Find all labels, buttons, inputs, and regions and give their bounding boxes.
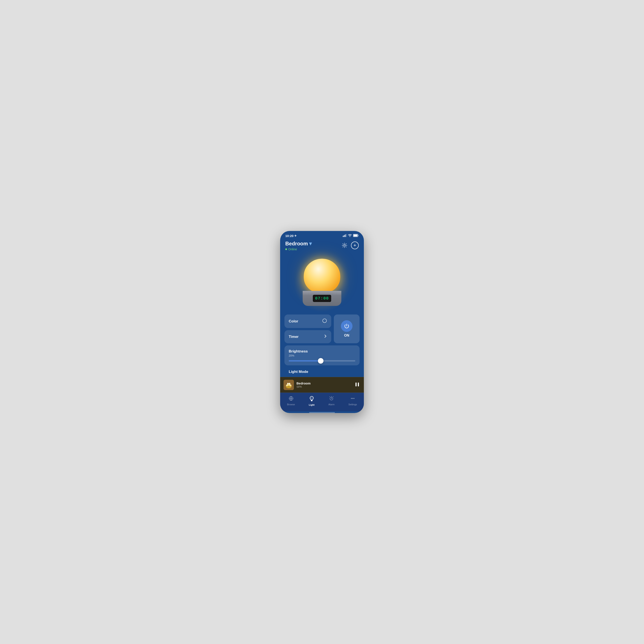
svg-rect-1 [344, 235, 345, 237]
plus-icon: + [354, 243, 356, 248]
svg-rect-18 [355, 383, 357, 386]
header-left: Bedroom ▾ Online [285, 241, 312, 251]
controls-section: Color Timer [280, 314, 364, 377]
timer-label: Timer [289, 335, 299, 339]
color-circle-icon [322, 318, 327, 324]
svg-rect-5 [354, 235, 357, 237]
song-subtitle: SPA [296, 385, 351, 388]
lamp-section: 07:00 [280, 254, 364, 314]
slider-thumb[interactable] [318, 358, 324, 364]
room-name: Bedroom [285, 241, 308, 247]
settings-tab-label: Settings [348, 403, 357, 406]
timer-button[interactable]: Timer [284, 330, 331, 343]
signal-icon [343, 234, 347, 238]
alarm-icon [329, 396, 334, 402]
brightness-label: Brightness [289, 349, 355, 354]
slider-fill [289, 360, 321, 361]
power-button[interactable]: ON [334, 314, 360, 343]
brightness-value: 20% [289, 354, 355, 357]
now-playing-bar: Bedroom SPA [280, 377, 364, 393]
color-label: Color [289, 319, 298, 324]
online-dot [285, 248, 287, 250]
lamp-base: 07:00 [303, 291, 341, 306]
header: Bedroom ▾ Online + [280, 239, 364, 254]
online-status: Online [285, 248, 312, 251]
clock-time: 10:20 [285, 234, 293, 238]
light-mode-label: Light Mode [284, 370, 360, 377]
phone-frame: 10:20 ✈ [280, 231, 364, 413]
svg-point-24 [354, 398, 354, 399]
pause-button[interactable] [354, 381, 360, 389]
color-button[interactable]: Color [284, 314, 331, 328]
svg-point-7 [323, 319, 327, 323]
svg-point-6 [344, 245, 345, 246]
svg-point-23 [352, 398, 353, 399]
chevron-icon: ▾ [309, 241, 312, 247]
brightness-card: Brightness 20% [284, 345, 360, 365]
status-bar: 10:20 ✈ [280, 231, 364, 239]
tab-settings[interactable]: Settings [345, 395, 360, 407]
power-label: ON [344, 334, 349, 337]
add-button[interactable]: + [351, 241, 359, 249]
svg-rect-19 [358, 383, 359, 386]
controls-left-col: Color Timer [284, 314, 331, 343]
header-right: + [341, 241, 359, 249]
lamp-body: 07:00 [303, 259, 341, 306]
tab-browse[interactable]: Browse [284, 395, 298, 407]
song-title: Bedroom [296, 381, 351, 385]
svg-point-15 [288, 384, 289, 385]
location-icon: ✈ [294, 234, 297, 237]
status-icons [343, 234, 359, 238]
status-time: 10:20 ✈ [285, 234, 297, 238]
svg-rect-3 [346, 234, 347, 237]
light-label: Light [309, 404, 314, 406]
power-circle [341, 320, 352, 332]
tab-light[interactable]: Light [305, 395, 318, 407]
browse-label: Browse [287, 403, 295, 406]
controls-top-row: Color Timer [284, 314, 360, 343]
lamp-display: 07:00 [313, 295, 331, 302]
svg-rect-2 [345, 234, 346, 237]
light-icon [309, 396, 314, 403]
home-indicator [309, 412, 335, 413]
svg-point-16 [287, 385, 287, 386]
svg-point-22 [351, 398, 352, 399]
lamp-dome [304, 259, 340, 293]
album-art [284, 380, 294, 390]
room-title[interactable]: Bedroom ▾ [285, 241, 312, 247]
svg-point-17 [290, 385, 291, 386]
tab-bar: Browse Light Ala [280, 393, 364, 411]
settings-button[interactable] [341, 241, 348, 249]
wifi-icon [348, 234, 352, 238]
battery-icon [353, 234, 359, 238]
settings-tab-icon [350, 396, 355, 402]
alarm-label: Alarm [328, 403, 335, 406]
online-label: Online [288, 248, 297, 251]
svg-rect-0 [343, 236, 343, 237]
chevron-right-icon [324, 334, 327, 339]
brightness-slider[interactable] [289, 360, 355, 361]
song-info: Bedroom SPA [296, 381, 351, 388]
browse-icon [289, 396, 294, 402]
tab-alarm[interactable]: Alarm [325, 395, 338, 407]
